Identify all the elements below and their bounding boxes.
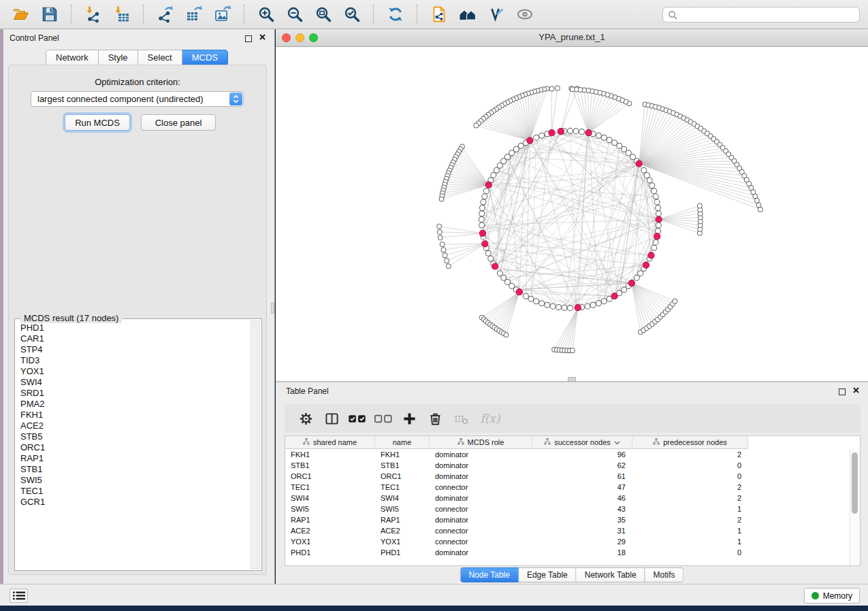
table-row[interactable]: TEC1TEC1connector472 bbox=[285, 482, 849, 493]
result-node[interactable]: SRD1 bbox=[20, 388, 248, 399]
cell-MCDS-role: connector bbox=[430, 483, 532, 491]
save-session-button[interactable] bbox=[38, 3, 61, 26]
column-header-predecessor-nodes[interactable]: predecessor nodes bbox=[632, 436, 748, 449]
function-builder-button[interactable]: f(x) bbox=[477, 408, 504, 429]
search-box bbox=[662, 7, 860, 22]
float-panel-icon[interactable] bbox=[245, 35, 252, 42]
tab-node-table[interactable]: Node Table bbox=[460, 567, 519, 582]
result-node[interactable]: ACE2 bbox=[20, 420, 248, 431]
close-panel-button[interactable]: Close panel bbox=[141, 114, 216, 131]
import-table-button[interactable] bbox=[110, 3, 133, 26]
horizontal-divider-grip[interactable] bbox=[568, 377, 576, 382]
apply-visual-style-button[interactable] bbox=[485, 3, 508, 26]
cell-predecessor-nodes: 2 bbox=[632, 483, 748, 491]
zoom-fit-icon bbox=[315, 5, 332, 23]
task-history-button[interactable] bbox=[10, 589, 28, 603]
memory-button[interactable]: Memory bbox=[804, 588, 860, 604]
column-label: shared name bbox=[313, 438, 357, 446]
result-scrollbar[interactable] bbox=[251, 320, 260, 569]
result-node[interactable]: ORC1 bbox=[20, 442, 248, 453]
close-panel-icon[interactable] bbox=[259, 34, 266, 40]
network-titlebar[interactable]: YPA_prune.txt_1 bbox=[276, 29, 868, 47]
table-row[interactable]: YOX1YOX1connector291 bbox=[285, 536, 849, 547]
run-mcds-button[interactable]: Run MCDS bbox=[65, 114, 130, 131]
export-table-button[interactable] bbox=[182, 3, 206, 26]
table-row[interactable]: ACE2ACE2connector311 bbox=[285, 525, 849, 536]
table-scrollbar-thumb[interactable] bbox=[852, 452, 858, 514]
dropdown-stepper-icon bbox=[229, 93, 242, 105]
new-column-button[interactable] bbox=[399, 408, 419, 429]
tab-edge-table[interactable]: Edge Table bbox=[519, 567, 577, 582]
tab-style[interactable]: Style bbox=[99, 50, 138, 66]
column-header-shared-name[interactable]: shared name bbox=[285, 436, 375, 449]
open-session-button[interactable] bbox=[10, 3, 33, 26]
column-header-successor-nodes[interactable]: successor nodes bbox=[532, 436, 632, 449]
memory-status-icon bbox=[811, 592, 819, 599]
table-row[interactable]: SWI5SWI5connector431 bbox=[285, 503, 849, 514]
table-row[interactable]: RAP1RAP1dominator352 bbox=[285, 514, 849, 525]
result-node[interactable]: STB1 bbox=[20, 464, 248, 475]
delete-columns-button[interactable] bbox=[425, 408, 445, 429]
table-mode-button[interactable] bbox=[295, 408, 316, 429]
network-canvas[interactable] bbox=[276, 47, 868, 382]
cell-name: SWI4 bbox=[375, 494, 430, 502]
result-node[interactable]: YOX1 bbox=[20, 366, 248, 377]
result-node[interactable]: STP4 bbox=[20, 344, 248, 355]
tab-motifs[interactable]: Motifs bbox=[645, 567, 684, 582]
cell-name: ORC1 bbox=[375, 472, 430, 480]
zoom-selected-icon bbox=[343, 5, 361, 23]
graphics-details-button[interactable] bbox=[513, 3, 536, 26]
table-row[interactable]: ORC1ORC1dominator610 bbox=[285, 471, 849, 482]
optimization-criterion-dropdown[interactable]: largest connected component (undirected) bbox=[31, 91, 244, 107]
result-node[interactable]: CAR1 bbox=[20, 333, 248, 344]
result-node[interactable]: RAP1 bbox=[20, 453, 248, 464]
result-node[interactable]: PHD1 bbox=[20, 323, 248, 333]
toolbar-separator bbox=[143, 5, 144, 24]
new-network-from-selection-button[interactable] bbox=[428, 3, 451, 26]
export-image-icon bbox=[214, 5, 231, 23]
cell-successor-nodes: 46 bbox=[532, 494, 632, 502]
mcds-result-list: PHD1CAR1STP4TID3YOX1SWI4SRD1PMA2FKH1ACE2… bbox=[16, 321, 248, 569]
clear-table-button[interactable] bbox=[451, 408, 471, 429]
namespace-icon bbox=[544, 438, 551, 446]
import-network-button[interactable] bbox=[82, 3, 105, 26]
result-node[interactable]: SWI4 bbox=[20, 377, 248, 388]
result-node[interactable]: STB5 bbox=[20, 431, 248, 442]
refresh-view-button[interactable] bbox=[384, 3, 407, 26]
tab-mcds[interactable]: MCDS bbox=[182, 50, 228, 66]
visual-style-icon bbox=[487, 5, 505, 23]
table-row[interactable]: SWI4SWI4dominator462 bbox=[285, 493, 849, 503]
deselect-all-button[interactable] bbox=[373, 408, 393, 429]
cell-predecessor-nodes: 2 bbox=[632, 494, 748, 502]
table-row[interactable]: PHD1PHD1dominator180 bbox=[285, 547, 849, 558]
tab-network[interactable]: Network bbox=[46, 50, 99, 66]
zoom-selected-button[interactable] bbox=[340, 3, 364, 26]
column-header-name[interactable]: name bbox=[375, 436, 430, 449]
result-node[interactable]: GCR1 bbox=[20, 497, 248, 508]
search-input[interactable] bbox=[681, 10, 859, 20]
vertical-divider-grip[interactable] bbox=[271, 303, 274, 314]
export-image-button[interactable] bbox=[211, 3, 234, 26]
table-row[interactable]: STB1STB1dominator620 bbox=[285, 460, 849, 471]
show-hide-panels-button[interactable] bbox=[456, 3, 479, 26]
tab-network-table[interactable]: Network Table bbox=[577, 567, 645, 582]
result-node[interactable]: TID3 bbox=[20, 355, 248, 366]
export-network-button[interactable] bbox=[154, 3, 177, 26]
mcds-tab-content: Optimization criterion: largest connecte… bbox=[8, 65, 267, 575]
result-node[interactable]: TEC1 bbox=[20, 486, 248, 497]
result-node[interactable]: SWI5 bbox=[20, 475, 248, 486]
table-row[interactable]: FKH1FKH1dominator962 bbox=[285, 449, 849, 460]
close-table-panel-icon[interactable] bbox=[853, 387, 859, 393]
show-columns-button[interactable] bbox=[321, 408, 342, 429]
column-header-MCDS-role[interactable]: MCDS role bbox=[430, 436, 532, 449]
zoom-fit-button[interactable] bbox=[312, 3, 335, 26]
table-scrollbar[interactable] bbox=[850, 449, 860, 565]
result-node[interactable]: PMA2 bbox=[20, 399, 248, 410]
network-fans bbox=[437, 86, 763, 352]
select-all-button[interactable] bbox=[347, 408, 368, 429]
tab-select[interactable]: Select bbox=[138, 50, 182, 66]
float-table-panel-icon[interactable] bbox=[839, 389, 846, 395]
result-node[interactable]: FKH1 bbox=[20, 410, 248, 420]
zoom-in-button[interactable] bbox=[255, 3, 278, 26]
zoom-out-button[interactable] bbox=[283, 3, 306, 26]
